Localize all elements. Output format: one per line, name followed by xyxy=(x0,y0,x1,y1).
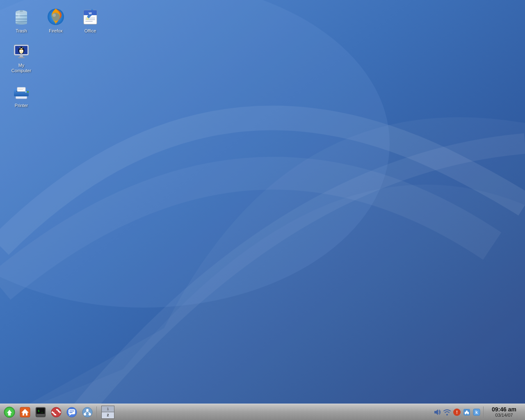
svg-rect-5 xyxy=(16,15,27,16)
desktop-icon-trash[interactable]: Trash xyxy=(5,5,38,36)
svg-marker-66 xyxy=(434,409,438,415)
clock-time: 09:46 am xyxy=(492,406,516,413)
desktop-icon-office[interactable]: W Office xyxy=(74,5,107,36)
svg-rect-6 xyxy=(16,18,27,20)
firefox-icon-label: Firefox xyxy=(49,28,63,34)
trash-icon xyxy=(11,7,31,27)
svg-point-62 xyxy=(84,413,86,415)
svg-rect-34 xyxy=(20,55,23,57)
desktop-icon-firefox[interactable]: Firefox xyxy=(39,5,72,36)
taskbar-network-button[interactable] xyxy=(80,405,95,419)
svg-point-4 xyxy=(16,22,27,25)
svg-point-59 xyxy=(82,407,92,417)
workspace-1[interactable]: 1 xyxy=(102,406,114,413)
taskbar-clock[interactable]: 09:46 am 03/14/07 xyxy=(486,404,523,420)
svg-point-43 xyxy=(27,91,29,93)
taskbar-kopete-button[interactable] xyxy=(64,405,79,419)
printer-icon xyxy=(11,82,31,101)
desktop-icon-row-1: MyComputer xyxy=(4,39,39,76)
systray-keyboard-icon[interactable]: k xyxy=(472,408,481,417)
svg-point-63 xyxy=(89,413,91,415)
svg-point-33 xyxy=(20,51,23,53)
mycomputer-icon xyxy=(11,41,31,61)
taskbar-terminal-button[interactable]: $ _ xyxy=(33,405,48,419)
svg-rect-57 xyxy=(69,411,74,411)
firefox-icon xyxy=(46,7,66,27)
taskbar: $ _ xyxy=(0,404,525,420)
systray-volume-icon[interactable] xyxy=(433,408,442,417)
svg-point-61 xyxy=(86,409,89,411)
systray-update-icon[interactable] xyxy=(462,408,471,417)
svg-point-32 xyxy=(21,49,22,50)
workspace-switcher[interactable]: 1 2 xyxy=(101,406,114,419)
svg-rect-19 xyxy=(85,21,93,22)
svg-rect-58 xyxy=(69,412,73,413)
svg-rect-41 xyxy=(18,89,23,90)
svg-point-67 xyxy=(446,414,448,415)
svg-point-13 xyxy=(52,14,56,17)
taskbar-update-button[interactable] xyxy=(49,405,64,419)
svg-rect-49 xyxy=(37,414,45,416)
office-icon: W xyxy=(80,7,100,27)
svg-point-30 xyxy=(20,48,21,48)
svg-text:!: ! xyxy=(456,410,458,415)
svg-text:k: k xyxy=(475,410,478,415)
desktop: Trash xyxy=(0,0,525,420)
clock-date: 03/14/07 xyxy=(495,413,513,418)
svg-point-12 xyxy=(52,13,60,21)
svg-text:W: W xyxy=(89,11,92,15)
taskbar-middle: 1 2 xyxy=(100,404,430,420)
workspace-2[interactable]: 2 xyxy=(102,412,114,418)
systray-bluetooth-icon[interactable]: ! xyxy=(452,408,461,417)
mycomputer-icon-label: MyComputer xyxy=(11,63,31,73)
taskbar-home-button[interactable] xyxy=(18,405,32,419)
desktop-icon-row-2: Printer xyxy=(4,79,39,111)
svg-rect-35 xyxy=(18,57,25,58)
desktop-icon-mycomputer[interactable]: MyComputer xyxy=(5,39,38,75)
svg-rect-7 xyxy=(16,21,27,22)
svg-point-42 xyxy=(25,91,27,93)
taskbar-separator-1 xyxy=(96,406,97,418)
svg-point-31 xyxy=(23,48,23,48)
desktop-icon-printer[interactable]: Printer xyxy=(5,80,38,110)
systray-network-icon[interactable] xyxy=(443,408,452,417)
desktop-icon-row-0: Trash xyxy=(4,4,107,37)
svg-rect-9 xyxy=(20,10,23,12)
printer-icon-label: Printer xyxy=(15,103,28,108)
svg-rect-40 xyxy=(18,89,25,89)
svg-rect-72 xyxy=(466,411,468,413)
trash-icon-label: Trash xyxy=(16,28,27,34)
svg-point-10 xyxy=(18,13,20,18)
svg-rect-55 xyxy=(68,409,75,414)
desktop-icons-container: Trash xyxy=(0,0,112,117)
taskbar-systray: ! k 09:4 xyxy=(430,404,525,420)
taskbar-quicklaunch: $ _ xyxy=(0,404,100,420)
taskbar-start-button[interactable] xyxy=(2,405,17,419)
svg-text:$ _: $ _ xyxy=(38,409,43,413)
office-icon-label: Office xyxy=(84,28,96,34)
taskbar-separator-2 xyxy=(483,406,484,418)
